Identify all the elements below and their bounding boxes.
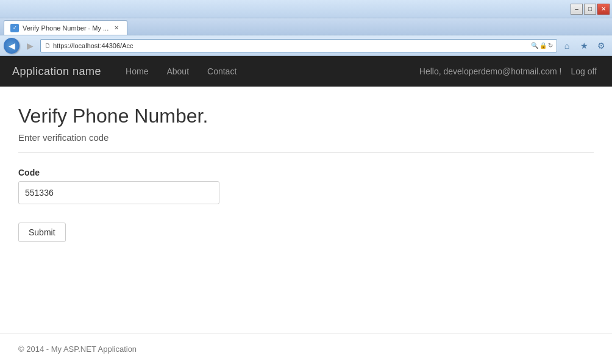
forward-button[interactable]: ▶ (22, 38, 38, 54)
address-bar: ◀ ▶ 🗋 https://localhost:44306/Acc 🔍 🔒 ↻ … (0, 35, 612, 56)
tab-favicon-icon: ✓ (10, 24, 19, 32)
page-subtitle: Enter verification code (18, 132, 594, 143)
page-footer: © 2014 - My ASP.NET Application (0, 333, 612, 364)
lock-icon: 🔒 (539, 42, 547, 49)
toolbar-right: ⌂ ★ ⚙ (560, 38, 608, 53)
code-input[interactable] (18, 181, 219, 204)
title-bar: – □ ✕ (0, 0, 612, 18)
url-actions: 🔍 🔒 ↻ (531, 42, 553, 49)
navbar-links: Home About Contact (116, 56, 419, 87)
url-box[interactable]: 🗋 https://localhost:44306/Acc 🔍 🔒 ↻ (40, 39, 557, 52)
favorites-icon[interactable]: ★ (577, 38, 591, 53)
maximize-button[interactable]: □ (584, 4, 596, 15)
refresh-icon[interactable]: ↻ (548, 42, 553, 49)
nav-about[interactable]: About (157, 56, 198, 87)
page-content: Verify Phone Number. Enter verification … (0, 87, 612, 333)
submit-button[interactable]: Submit (18, 223, 66, 242)
tab-title: Verify Phone Number - My ... (23, 24, 109, 32)
page-icon: 🗋 (44, 42, 51, 49)
url-text: https://localhost:44306/Acc (53, 42, 528, 49)
browser-window: – □ ✕ ✓ Verify Phone Number - My ... ✕ ◀… (0, 0, 612, 364)
close-button[interactable]: ✕ (597, 4, 610, 15)
tab-close-icon[interactable]: ✕ (112, 24, 121, 32)
code-form-group: Code (18, 168, 262, 204)
navbar-user-greeting: Hello, developerdemo@hotmail.com ! (419, 66, 562, 76)
navbar: Application name Home About Contact Hell… (0, 56, 612, 87)
search-url-icon[interactable]: 🔍 (531, 42, 538, 49)
navbar-logoff[interactable]: Log off (568, 66, 600, 76)
navbar-brand[interactable]: Application name (12, 65, 110, 78)
back-button[interactable]: ◀ (4, 38, 20, 54)
nav-contact[interactable]: Contact (198, 56, 246, 87)
content-divider (18, 152, 594, 153)
footer-text: © 2014 - My ASP.NET Application (18, 344, 137, 354)
app-container: Application name Home About Contact Hell… (0, 56, 612, 364)
navbar-right: Hello, developerdemo@hotmail.com ! Log o… (419, 66, 600, 76)
window-controls: – □ ✕ (571, 4, 610, 15)
settings-icon[interactable]: ⚙ (594, 38, 608, 53)
home-icon[interactable]: ⌂ (560, 38, 574, 53)
code-label: Code (18, 168, 262, 177)
nav-home[interactable]: Home (116, 56, 157, 87)
minimize-button[interactable]: – (571, 4, 583, 15)
tab-bar: ✓ Verify Phone Number - My ... ✕ (0, 18, 612, 35)
page-title: Verify Phone Number. (18, 105, 594, 127)
active-tab[interactable]: ✓ Verify Phone Number - My ... ✕ (4, 20, 127, 35)
